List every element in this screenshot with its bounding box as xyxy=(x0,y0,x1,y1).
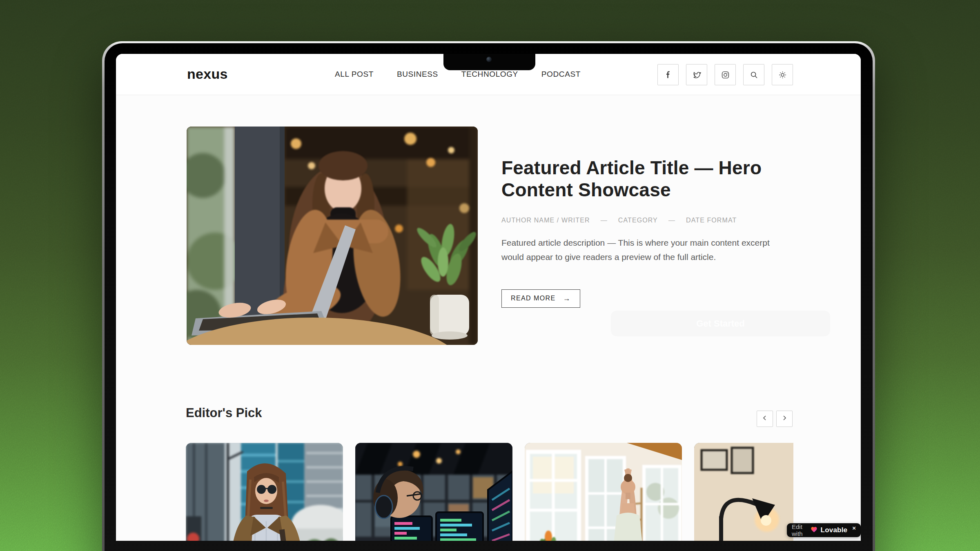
desktop-background: nexus ALL POST BUSINESS TECHNOLOGY PODCA… xyxy=(0,0,980,551)
nav-item-technology[interactable]: TECHNOLOGY xyxy=(461,70,518,79)
chevron-left-icon xyxy=(762,415,767,422)
search-icon xyxy=(750,71,758,79)
social-buttons xyxy=(657,64,793,85)
card-image xyxy=(694,443,793,541)
featured-image-illustration xyxy=(187,127,478,345)
lovable-heart-icon xyxy=(811,526,817,534)
featured-article-image[interactable] xyxy=(187,127,478,345)
nav-item-podcast[interactable]: PODCAST xyxy=(541,70,581,79)
card-image xyxy=(186,443,343,541)
meta-date: DATE FORMAT xyxy=(686,217,737,224)
ghost-get-started-overlay: Get Started xyxy=(611,311,830,336)
editors-pick-card[interactable] xyxy=(355,443,512,541)
arrow-right-icon: → xyxy=(563,294,571,303)
badge-brand: Lovable xyxy=(821,526,848,534)
badge-prefix: Edit with xyxy=(792,523,807,537)
laptop-notch xyxy=(443,54,535,70)
editors-pick-card[interactable] xyxy=(186,443,343,541)
featured-article-description: Featured article description — This is w… xyxy=(501,236,787,264)
laptop-frame: nexus ALL POST BUSINESS TECHNOLOGY PODCA… xyxy=(102,41,875,551)
instagram-icon xyxy=(721,71,730,79)
carousel-next-button[interactable] xyxy=(776,411,793,427)
meta-category: CATEGORY xyxy=(618,217,658,224)
laptop-screen: nexus ALL POST BUSINESS TECHNOLOGY PODCA… xyxy=(116,54,861,541)
facebook-button[interactable] xyxy=(657,64,679,85)
twitter-button[interactable] xyxy=(686,64,707,85)
editors-pick-heading: Editor's Pick xyxy=(186,406,262,420)
featured-article-meta: AUTHOR NAME / WRITER — CATEGORY — DATE F… xyxy=(501,217,804,224)
theme-toggle-button[interactable] xyxy=(772,64,793,85)
read-more-button[interactable]: READ MORE → xyxy=(501,289,580,308)
carousel-prev-button[interactable] xyxy=(757,411,773,427)
meta-separator: — xyxy=(601,217,608,224)
read-more-label: READ MORE xyxy=(511,295,556,302)
nav-item-business[interactable]: BUSINESS xyxy=(397,70,438,79)
chevron-right-icon xyxy=(782,415,787,422)
nav-item-all-post[interactable]: ALL POST xyxy=(335,70,374,79)
editors-pick-card[interactable] xyxy=(694,443,793,541)
meta-separator: — xyxy=(668,217,675,224)
edit-with-lovable-badge[interactable]: Edit with Lovable × xyxy=(787,523,861,537)
card-image xyxy=(355,443,512,541)
site-logo[interactable]: nexus xyxy=(187,66,228,82)
instagram-button[interactable] xyxy=(715,64,736,85)
twitter-icon xyxy=(693,71,701,79)
meta-author: AUTHOR NAME / WRITER xyxy=(501,217,590,224)
editors-pick-card[interactable] xyxy=(525,443,682,541)
sun-theme-icon xyxy=(778,71,787,79)
card-image xyxy=(525,443,682,541)
badge-close-icon[interactable]: × xyxy=(852,524,856,531)
facebook-icon xyxy=(664,71,672,79)
featured-article-content: Featured Article Title — Hero Content Sh… xyxy=(501,157,804,308)
webcam-icon xyxy=(486,57,492,62)
editors-pick-carousel xyxy=(186,443,793,541)
featured-article-title: Featured Article Title — Hero Content Sh… xyxy=(501,157,804,201)
search-button[interactable] xyxy=(743,64,764,85)
